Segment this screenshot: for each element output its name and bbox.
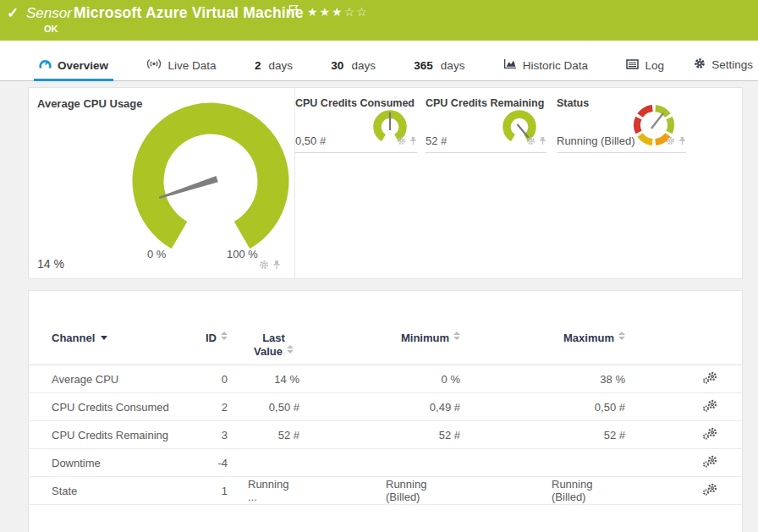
gauge-settings-gear-icon[interactable] [397, 134, 406, 149]
prtg-sensor-page: ✓ Sensor Microsoft Azure Virtual Machine… [0, 0, 758, 532]
channels-panel: Channel ID Last Value Minimum Maximum Av… [28, 290, 743, 532]
channel-maximum: 0,50 # [460, 393, 625, 421]
channel-last-value [228, 449, 299, 477]
gauge-pin-icon[interactable] [539, 134, 547, 149]
channel-id: 3 [202, 421, 228, 449]
channel-settings-icon[interactable] [702, 399, 718, 414]
gear-icon [694, 58, 706, 72]
table-row: CPU Credits Remaining 3 52 # 52 # 52 # [29, 421, 742, 449]
gauge-panel-cpu-credits-remaining: CPU Credits Remaining 52 # [426, 88, 547, 153]
tab-bar: Overview Live Data 2 days 30 days 365 da… [0, 41, 758, 81]
channel-name[interactable]: Average CPU [29, 365, 202, 393]
channel-name[interactable]: Downtime [29, 449, 202, 477]
tab-historic-data[interactable]: Historic Data [498, 52, 593, 81]
sort-arrows-icon [453, 332, 460, 340]
tab-settings[interactable]: Settings [689, 52, 758, 81]
channel-name[interactable]: CPU Credits Consumed [29, 393, 202, 421]
channel-id: -4 [202, 449, 228, 477]
priority-stars[interactable]: ★★★☆☆ [307, 5, 369, 19]
flag-icon[interactable] [288, 4, 299, 19]
column-header-id[interactable]: ID [202, 316, 228, 365]
sort-arrows-icon [618, 332, 625, 340]
sort-desc-caret-icon [101, 336, 107, 340]
gauge-panel-status: Status Running (Billed) [557, 88, 686, 153]
sensor-title: Microsoft Azure Virtual Machine [74, 4, 304, 22]
channel-minimum [299, 449, 460, 477]
channel-id: 1 [202, 477, 228, 505]
gauge-pin-icon[interactable] [409, 134, 417, 149]
channel-maximum: 52 # [460, 421, 625, 449]
channel-last-value: 52 # [228, 421, 299, 449]
channel-settings-icon[interactable] [702, 483, 718, 498]
gauge-pin-icon[interactable] [678, 134, 686, 149]
gauge-settings-gear-icon[interactable] [259, 258, 269, 273]
channel-maximum [460, 449, 625, 477]
sort-arrows-icon [287, 345, 294, 354]
tab-30-days[interactable]: 30 days [326, 53, 381, 81]
channel-last-value: Running ... [228, 477, 299, 505]
tab-overview[interactable]: Overview [34, 52, 113, 81]
tab-log[interactable]: Log [621, 53, 669, 81]
gauge-scale-min-label: 0 % [147, 248, 166, 261]
gauge-settings-gear-icon[interactable] [526, 134, 536, 149]
sensor-header-bar: ✓ Sensor Microsoft Azure Virtual Machine… [0, 0, 758, 41]
channel-name[interactable]: State [29, 477, 202, 505]
column-header-minimum[interactable]: Minimum [299, 316, 460, 365]
channel-last-value: 0,50 # [228, 393, 299, 421]
table-row: State 1 Running ... Running (Billed) Run… [29, 477, 742, 505]
channel-maximum: 38 % [460, 365, 625, 393]
table-row: Downtime -4 [29, 449, 742, 477]
table-row: Average CPU 0 14 % 0 % 38 % [29, 365, 742, 393]
object-kind-label: Sensor [26, 5, 72, 22]
gauge-value: 52 # [426, 134, 447, 147]
gauge-scale-max-label: 100 % [227, 248, 258, 261]
table-header-row: Channel ID Last Value Minimum Maximum [29, 316, 742, 365]
channel-minimum: 0,49 # [299, 393, 460, 421]
column-header-last-value[interactable]: Last Value [228, 316, 299, 365]
channel-id: 0 [202, 365, 228, 393]
channel-maximum: Running (Billed) [460, 477, 625, 505]
tab-live-data[interactable]: Live Data [141, 52, 221, 81]
sensor-overview-panel: Average CPU Usage 0 % 100 % 14 % CPU Cre… [28, 87, 743, 279]
channel-last-value: 14 % [228, 365, 299, 393]
gauge-value: 0,50 # [295, 134, 326, 147]
column-header-maximum[interactable]: Maximum [460, 316, 625, 365]
channel-minimum: 52 # [299, 421, 460, 449]
status-ok-check-icon: ✓ [7, 4, 19, 22]
log-icon [626, 59, 639, 72]
column-header-channel[interactable]: Channel [29, 316, 202, 365]
channels-table: Channel ID Last Value Minimum Maximum Av… [29, 316, 742, 505]
historic-chart-icon [503, 58, 517, 72]
average-cpu-gauge [113, 95, 308, 255]
gauge-value: Running (Billed) [557, 134, 635, 147]
sort-arrows-icon [221, 332, 228, 340]
channel-minimum: 0 % [299, 365, 460, 393]
gauge-pin-icon[interactable] [272, 258, 281, 273]
gauge-settings-gear-icon[interactable] [666, 134, 675, 149]
gauge-icon [39, 58, 52, 72]
channel-minimum: Running (Billed) [299, 477, 460, 505]
live-data-icon [146, 58, 162, 72]
tab-365-days[interactable]: 365 days [409, 53, 470, 81]
channel-settings-icon[interactable] [702, 455, 718, 470]
table-row: CPU Credits Consumed 2 0,50 # 0,49 # 0,5… [29, 393, 742, 421]
channel-settings-icon[interactable] [702, 371, 718, 387]
gauge-panel-cpu-credits-consumed: CPU Credits Consumed 0,50 # [295, 88, 417, 153]
channel-id: 2 [202, 393, 228, 421]
gauge-panel-average-cpu: Average CPU Usage 0 % 100 % 14 % [29, 88, 295, 279]
gauge-value: 14 % [37, 257, 64, 271]
channel-settings-icon[interactable] [702, 427, 718, 442]
channel-name[interactable]: CPU Credits Remaining [29, 421, 202, 449]
gauge-title: Status [557, 97, 589, 109]
tab-2-days[interactable]: 2 days [250, 53, 298, 81]
sensor-status-text: OK [44, 24, 58, 34]
